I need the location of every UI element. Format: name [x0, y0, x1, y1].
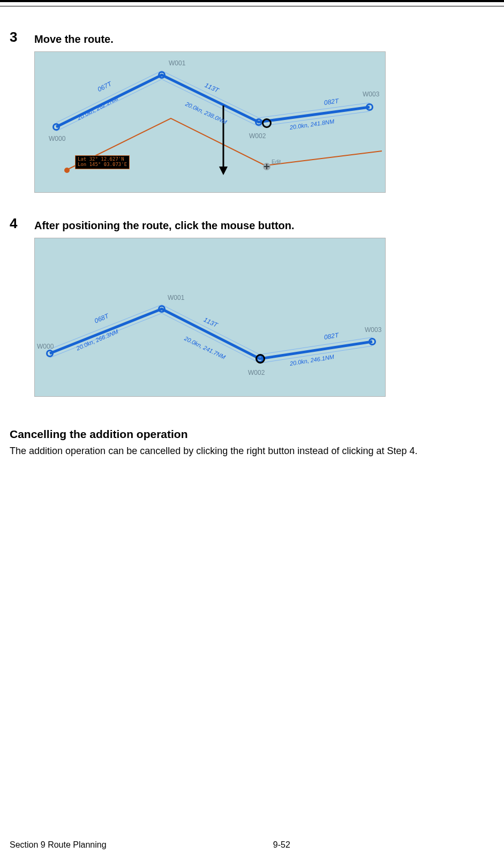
- footer-right-spacer: [457, 840, 489, 850]
- step-4: 4 After positioning the route, click the…: [10, 215, 489, 232]
- edit-label: Edit: [272, 159, 281, 165]
- waypoint-label: W003: [365, 326, 381, 334]
- move-handle-icon: [263, 163, 270, 170]
- waypoint-moved-icon: [64, 168, 70, 173]
- waypoint-label: W002: [249, 132, 266, 140]
- page-footer: Section 9 Route Planning 9-52: [10, 840, 489, 850]
- step-title: Move the route.: [34, 29, 114, 46]
- waypoint-icon: [368, 338, 376, 345]
- step-number: 4: [10, 215, 34, 230]
- figure-3-chart-area: W000 W001 W002 W003 067T 20.0kn, 262.2NM…: [34, 51, 386, 193]
- waypoint-label: W003: [363, 90, 379, 98]
- cursor-target-icon: [262, 118, 272, 128]
- section-text: The addition operation can be cancelled …: [10, 444, 489, 458]
- waypoint-label: W000: [37, 343, 54, 350]
- arrow-head-icon: [219, 167, 228, 175]
- step-number: 3: [10, 29, 34, 44]
- waypoint-label: W000: [49, 135, 65, 142]
- step-3: 3 Move the route.: [10, 29, 489, 46]
- section-heading: Cancelling the addition operation: [10, 428, 489, 441]
- waypoint-icon: [366, 103, 373, 111]
- info-lon: Lon 145° 03.073'E: [78, 162, 127, 168]
- footer-section: Section 9 Route Planning: [10, 840, 107, 850]
- route-lines-2: [35, 238, 385, 396]
- waypoint-label: W002: [248, 369, 265, 376]
- step-title: After positioning the route, click the m…: [34, 215, 295, 232]
- page: 3 Move the route.: [0, 0, 504, 868]
- waypoint-label: W001: [168, 294, 184, 301]
- figure-3-wrap: W000 W001 W002 W003 067T 20.0kn, 262.2NM…: [34, 51, 489, 193]
- coordinate-infobox: Lat 32° 12.627'N Lon 145° 03.073'E: [75, 155, 130, 169]
- figure-4-chart-area: W000 W001 W002 W003 068T 20.0kn, 266.3NM…: [34, 238, 386, 397]
- cursor-target-icon: [255, 354, 265, 364]
- waypoint-icon: [255, 118, 262, 126]
- page-top-rule: [0, 0, 504, 6]
- waypoint-icon: [158, 71, 166, 79]
- waypoint-icon: [46, 350, 54, 357]
- figure-4-wrap: W000 W001 W002 W003 068T 20.0kn, 266.3NM…: [34, 238, 489, 397]
- waypoint-icon: [52, 123, 60, 131]
- waypoint-label: W001: [169, 59, 185, 67]
- waypoint-icon: [158, 305, 166, 313]
- footer-page: 9-52: [107, 840, 457, 850]
